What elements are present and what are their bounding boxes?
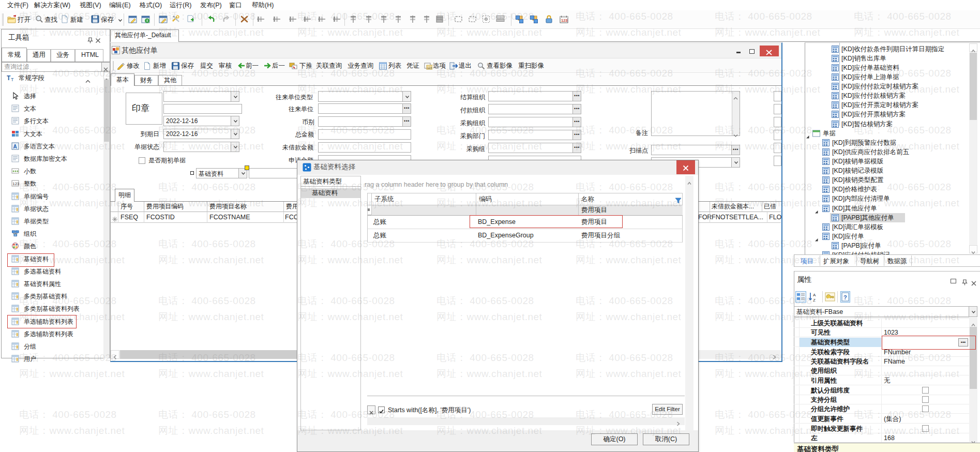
svg-text:A: A bbox=[813, 293, 816, 297]
svg-text:T: T bbox=[11, 77, 14, 82]
svg-text:123: 123 bbox=[561, 18, 568, 23]
svg-text:123: 123 bbox=[12, 182, 19, 186]
svg-text:123: 123 bbox=[427, 66, 432, 69]
svg-text:?: ? bbox=[843, 294, 847, 300]
svg-text:A: A bbox=[13, 144, 17, 149]
svg-text:Z: Z bbox=[813, 298, 816, 303]
svg-text:T: T bbox=[7, 74, 11, 82]
